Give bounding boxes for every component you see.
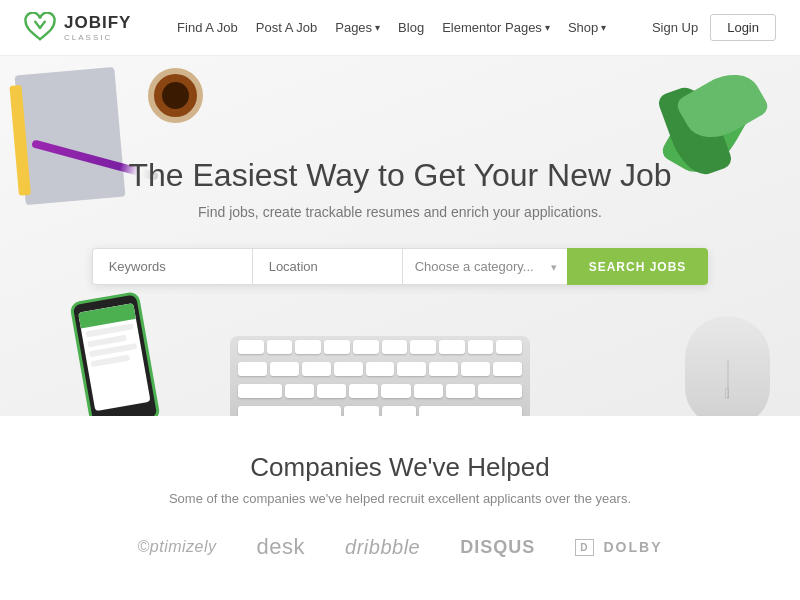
phone-screen bbox=[78, 303, 151, 411]
search-button[interactable]: SEARCH JOBS bbox=[567, 248, 709, 285]
search-bar: Choose a category... SEARCH JOBS bbox=[92, 248, 709, 285]
companies-title: Companies We've Helped bbox=[40, 452, 760, 483]
hero-subtitle: Find jobs, create trackable resumes and … bbox=[92, 204, 709, 220]
category-wrapper: Choose a category... bbox=[402, 248, 567, 285]
hero-title: The Easiest Way to Get Your New Job bbox=[92, 157, 709, 194]
navbar: JOBIFY CLASSIC Find A Job Post A Job Pag… bbox=[0, 0, 800, 56]
nav-pages[interactable]: Pages bbox=[335, 20, 380, 35]
nav-blog[interactable]: Blog bbox=[398, 20, 424, 35]
logo-text: JOBIFY CLASSIC bbox=[64, 13, 131, 42]
nav-post-job[interactable]: Post A Job bbox=[256, 20, 317, 35]
logo-desk: desk bbox=[257, 534, 305, 560]
category-select[interactable]: Choose a category... bbox=[402, 248, 567, 285]
companies-subtitle: Some of the companies we've helped recru… bbox=[40, 491, 760, 506]
logo-icon bbox=[24, 12, 56, 44]
location-input[interactable] bbox=[252, 248, 402, 285]
companies-section: Companies We've Helped Some of the compa… bbox=[0, 416, 800, 580]
company-logos: ©ptimizely desk dribbble DISQUS D DOLBY bbox=[40, 534, 760, 560]
mouse-decoration:  bbox=[685, 316, 770, 416]
brand-name: JOBIFY bbox=[64, 13, 131, 33]
logo-disqus: DISQUS bbox=[460, 537, 535, 558]
hero-section: The Easiest Way to Get Your New Job Find… bbox=[0, 56, 800, 416]
nav-elementor-pages[interactable]: Elementor Pages bbox=[442, 20, 550, 35]
nav-right: Sign Up Login bbox=[652, 14, 776, 41]
logo-dribbble: dribbble bbox=[345, 536, 420, 559]
nav-sign-up[interactable]: Sign Up bbox=[652, 20, 698, 35]
logo[interactable]: JOBIFY CLASSIC bbox=[24, 12, 131, 44]
nav-find-job[interactable]: Find A Job bbox=[177, 20, 238, 35]
phone-decoration bbox=[69, 291, 161, 416]
nav-shop[interactable]: Shop bbox=[568, 20, 606, 35]
logo-optimizely: ©ptimizely bbox=[138, 538, 217, 556]
keywords-input[interactable] bbox=[92, 248, 252, 285]
coffee-decoration bbox=[148, 68, 203, 123]
brand-sub: CLASSIC bbox=[64, 33, 131, 42]
hero-content: The Easiest Way to Get Your New Job Find… bbox=[92, 157, 709, 285]
logo-dolby: D DOLBY bbox=[575, 539, 662, 556]
nav-links: Find A Job Post A Job Pages Blog Element… bbox=[177, 20, 606, 35]
keyboard-decoration bbox=[230, 336, 530, 416]
login-button[interactable]: Login bbox=[710, 14, 776, 41]
